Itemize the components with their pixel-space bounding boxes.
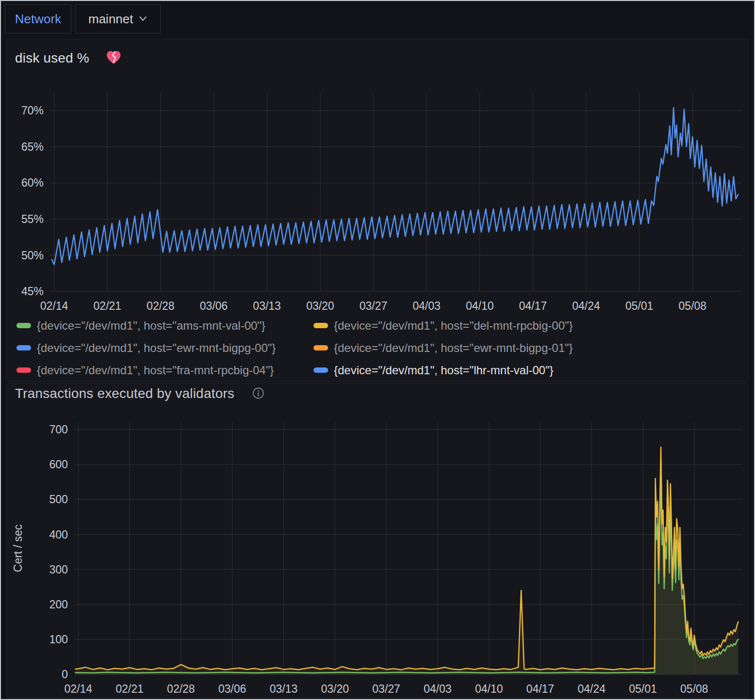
series-line-del-mnt-rpcbig-00	[76, 447, 739, 669]
legend-label: {device="/dev/md1", host="ams-mnt-val-00…	[37, 319, 266, 332]
y-axis-tick-label: 55%	[21, 213, 44, 225]
y-axis-tick-label: 65%	[21, 141, 44, 153]
series-color-marker	[314, 367, 328, 373]
legend-item-ewr-mnt-bigpg-00[interactable]: {device="/dev/md1", host="ewr-mnt-bigpg-…	[16, 341, 314, 354]
disk-used-chart[interactable]: 70%65%60%55%50%45%02/1402/2102/2803/0603…	[7, 85, 749, 323]
chevron-down-icon	[138, 16, 148, 24]
x-axis-tick-label: 02/14	[64, 683, 93, 695]
series-color-marker	[16, 367, 31, 373]
x-axis-tick-label: 04/24	[572, 300, 600, 312]
legend-item-ams-mnt-val-00[interactable]: {device="/dev/md1", host="ams-mnt-val-00…	[16, 319, 314, 332]
y-axis-tick-label: 600	[49, 458, 68, 471]
series-color-marker	[314, 323, 328, 328]
y-axis-tick-label: 60%	[21, 176, 44, 189]
x-axis-tick-label: 03/06	[200, 300, 228, 312]
variables-toolbar: Network mainnet	[1, 1, 754, 38]
series-fill-ams-mnt-val-00	[76, 472, 739, 674]
network-variable-label-text: Network	[15, 12, 61, 27]
panel-disk-used: disk used % 70%65%60%55%50%45%02/1402/21…	[7, 39, 748, 382]
legend-item-ewr-mnt-bigpg-01[interactable]: {device="/dev/md1", host="ewr-mnt-bigpg-…	[314, 341, 741, 354]
x-axis-tick-label: 03/13	[270, 683, 298, 695]
series-fill-del-mnt-rpcbig-00	[76, 447, 739, 674]
x-axis-tick-label: 02/28	[167, 683, 195, 695]
y-axis-tick-label: 200	[49, 598, 68, 611]
x-axis-tick-label: 02/21	[94, 300, 122, 312]
legend-label: {device="/dev/md1", host="lhr-mnt-val-00…	[334, 364, 553, 377]
panel-title-disk-used[interactable]: disk used %	[15, 50, 89, 66]
network-variable-dropdown[interactable]: mainnet	[75, 4, 161, 33]
x-axis-tick-label: 02/14	[40, 300, 68, 312]
series-line-lhr-mnt-val-00	[52, 108, 738, 265]
x-axis-tick-label: 04/10	[475, 683, 503, 695]
y-axis-tick-label: 300	[49, 563, 68, 576]
x-axis-tick-label: 03/06	[219, 683, 247, 695]
disk-used-legend: {device="/dev/md1", host="ams-mnt-val-00…	[16, 319, 741, 377]
panel-title-transactions[interactable]: Transactions executed by validators	[15, 386, 235, 401]
x-axis-tick-label: 02/28	[147, 300, 175, 312]
legend-label: {device="/dev/md1", host="ewr-mnt-bigpg-…	[37, 341, 276, 354]
x-axis-tick-label: 05/01	[629, 683, 657, 695]
y-axis-tick-label: 50%	[21, 249, 44, 262]
series-line-ams-mnt-val-00	[76, 472, 739, 673]
x-axis-tick-label: 05/08	[680, 683, 708, 695]
y-axis-tick-label: 100	[49, 633, 68, 646]
x-axis-tick-label: 04/17	[526, 683, 554, 695]
legend-item-del-mnt-rpcbig-00[interactable]: {device="/dev/md1", host="del-mnt-rpcbig…	[314, 319, 741, 332]
panel-transactions: Transactions executed by validators 7006…	[7, 383, 748, 699]
x-axis-tick-label: 05/01	[626, 300, 654, 312]
network-variable-value: mainnet	[88, 12, 133, 27]
grafana-dashboard: Network mainnet disk used % 70%65%60%55%…	[0, 0, 755, 700]
legend-label: {device="/dev/md1", host="ewr-mnt-bigpg-…	[334, 341, 573, 354]
x-axis-tick-label: 04/24	[578, 683, 606, 695]
x-axis-tick-label: 04/10	[466, 300, 494, 312]
y-axis-tick-label: 0	[62, 668, 68, 681]
legend-item-lhr-mnt-val-00[interactable]: {device="/dev/md1", host="lhr-mnt-val-00…	[314, 364, 741, 377]
y-axis-title: Cert / sec	[12, 525, 24, 572]
y-axis-tick-label: 70%	[21, 104, 44, 117]
y-axis-tick-label: 500	[49, 493, 68, 506]
x-axis-tick-label: 02/21	[116, 683, 144, 695]
x-axis-tick-label: 03/20	[321, 683, 349, 695]
x-axis-tick-label: 03/13	[253, 300, 281, 312]
x-axis-tick-label: 03/27	[372, 683, 400, 695]
series-color-marker	[16, 345, 31, 350]
x-axis-tick-label: 04/17	[519, 300, 547, 312]
legend-label: {device="/dev/md1", host="del-mnt-rpcbig…	[334, 319, 573, 332]
alert-heart-break-icon	[106, 50, 122, 67]
y-axis-tick-label: 700	[49, 423, 68, 436]
network-variable-label[interactable]: Network	[5, 4, 71, 33]
y-axis-tick-label: 45%	[21, 285, 44, 298]
x-axis-tick-label: 04/03	[412, 300, 440, 312]
info-icon[interactable]	[252, 387, 265, 401]
legend-label: {device="/dev/md1", host="fra-mnt-rpcbig…	[37, 364, 274, 377]
x-axis-tick-label: 03/20	[306, 300, 334, 312]
x-axis-tick-label: 05/08	[678, 300, 707, 312]
x-axis-tick-label: 03/27	[360, 300, 388, 312]
transactions-chart[interactable]: 700600500400300200100002/1402/2102/2803/…	[7, 412, 749, 699]
series-color-marker	[16, 323, 31, 328]
series-color-marker	[314, 345, 328, 350]
y-axis-tick-label: 400	[49, 528, 68, 541]
legend-item-fra-mnt-rpcbig-04[interactable]: {device="/dev/md1", host="fra-mnt-rpcbig…	[16, 364, 314, 377]
x-axis-tick-label: 04/03	[424, 683, 452, 695]
